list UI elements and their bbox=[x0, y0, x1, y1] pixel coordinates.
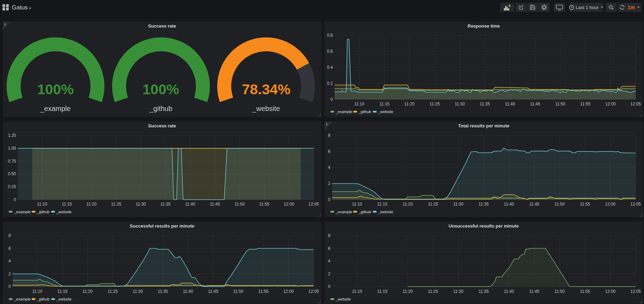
svg-text:4: 4 bbox=[328, 165, 330, 170]
svg-text:11:20: 11:20 bbox=[403, 289, 413, 294]
svg-text:_github: _github bbox=[358, 110, 371, 114]
svg-text:11:30: 11:30 bbox=[133, 289, 143, 294]
svg-text:12:05: 12:05 bbox=[308, 202, 319, 207]
svg-text:11:20: 11:20 bbox=[403, 202, 413, 207]
svg-text:_example: _example bbox=[14, 297, 31, 301]
svg-text:12:00: 12:00 bbox=[284, 202, 294, 207]
svg-text:11:35: 11:35 bbox=[480, 102, 490, 106]
svg-text:_website: _website bbox=[56, 297, 72, 301]
svg-text:12:05: 12:05 bbox=[308, 289, 319, 294]
svg-text:6: 6 bbox=[328, 246, 330, 251]
svg-text:11:30: 11:30 bbox=[455, 102, 465, 106]
svg-text:11:30: 11:30 bbox=[136, 202, 146, 207]
svg-text:11:50: 11:50 bbox=[555, 289, 565, 294]
svg-text:11:10: 11:10 bbox=[354, 102, 364, 106]
svg-text:11:55: 11:55 bbox=[258, 289, 269, 294]
svg-text:12:05: 12:05 bbox=[630, 289, 641, 294]
svg-text:11:35: 11:35 bbox=[478, 202, 489, 207]
svg-text:11:15: 11:15 bbox=[62, 202, 72, 207]
svg-text:11:10: 11:10 bbox=[352, 289, 362, 294]
svg-text:11:55: 11:55 bbox=[580, 102, 591, 106]
svg-text:_example: _example bbox=[335, 110, 352, 114]
svg-text:11:40: 11:40 bbox=[183, 289, 193, 294]
svg-text:11:25: 11:25 bbox=[111, 202, 121, 207]
svg-text:11:50: 11:50 bbox=[555, 202, 565, 207]
svg-text:0: 0 bbox=[328, 284, 330, 289]
svg-text:2: 2 bbox=[328, 181, 330, 186]
svg-text:11:50: 11:50 bbox=[234, 202, 244, 207]
svg-text:11:40: 11:40 bbox=[504, 202, 514, 207]
svg-text:_website: _website bbox=[378, 110, 393, 114]
svg-text:12:00: 12:00 bbox=[283, 289, 294, 294]
svg-text:0.8: 0.8 bbox=[327, 33, 333, 38]
svg-text:0: 0 bbox=[328, 197, 330, 202]
svg-text:1.00: 1.00 bbox=[8, 146, 16, 151]
svg-text:11:30: 11:30 bbox=[453, 202, 463, 207]
svg-text:11:55: 11:55 bbox=[580, 202, 590, 207]
svg-text:2: 2 bbox=[8, 272, 11, 276]
svg-text:12:05: 12:05 bbox=[630, 102, 641, 106]
svg-text:11:45: 11:45 bbox=[210, 202, 220, 207]
svg-text:11:10: 11:10 bbox=[37, 202, 47, 207]
svg-text:11:15: 11:15 bbox=[57, 289, 67, 294]
svg-text:0.75: 0.75 bbox=[8, 159, 16, 164]
svg-text:0: 0 bbox=[8, 284, 11, 289]
svg-text:0.25: 0.25 bbox=[8, 184, 16, 189]
svg-text:6: 6 bbox=[328, 149, 330, 154]
svg-text:_github: _github bbox=[358, 210, 371, 214]
svg-text:11:25: 11:25 bbox=[428, 202, 438, 207]
svg-text:2: 2 bbox=[328, 272, 330, 276]
svg-text:11:45: 11:45 bbox=[529, 202, 539, 207]
svg-text:8: 8 bbox=[328, 133, 330, 138]
svg-text:11:20: 11:20 bbox=[86, 202, 96, 207]
svg-text:11:40: 11:40 bbox=[505, 102, 515, 106]
svg-text:0.6: 0.6 bbox=[327, 49, 333, 54]
svg-text:4: 4 bbox=[8, 259, 11, 264]
svg-text:11:45: 11:45 bbox=[208, 289, 218, 294]
svg-text:_website: _website bbox=[335, 297, 351, 301]
svg-text:11:15: 11:15 bbox=[379, 102, 389, 106]
svg-text:_website: _website bbox=[56, 210, 72, 214]
svg-text:11:55: 11:55 bbox=[259, 202, 269, 207]
svg-text:0: 0 bbox=[330, 97, 333, 102]
svg-text:11:50: 11:50 bbox=[555, 102, 565, 106]
svg-text:12:05: 12:05 bbox=[630, 202, 641, 207]
svg-text:4: 4 bbox=[328, 259, 330, 264]
svg-text:12:00: 12:00 bbox=[605, 289, 615, 294]
svg-text:11:15: 11:15 bbox=[377, 289, 387, 294]
svg-text:11:25: 11:25 bbox=[108, 289, 118, 294]
svg-text:8: 8 bbox=[8, 233, 11, 238]
svg-text:11:25: 11:25 bbox=[428, 289, 438, 294]
svg-text:11:25: 11:25 bbox=[430, 102, 440, 106]
svg-text:11:10: 11:10 bbox=[32, 289, 42, 294]
svg-text:11:40: 11:40 bbox=[504, 289, 514, 294]
svg-text:6: 6 bbox=[8, 246, 11, 251]
svg-text:11:10: 11:10 bbox=[352, 202, 362, 207]
svg-text:11:45: 11:45 bbox=[530, 102, 540, 106]
svg-text:_example: _example bbox=[335, 210, 352, 214]
svg-text:_github: _github bbox=[37, 297, 50, 301]
svg-text:11:55: 11:55 bbox=[580, 289, 590, 294]
svg-text:0.2: 0.2 bbox=[327, 81, 333, 86]
svg-text:0: 0 bbox=[14, 197, 16, 202]
svg-text:11:20: 11:20 bbox=[404, 102, 415, 106]
svg-text:_github: _github bbox=[37, 210, 50, 214]
svg-text:8: 8 bbox=[328, 233, 330, 238]
svg-text:11:35: 11:35 bbox=[158, 289, 168, 294]
svg-text:0.4: 0.4 bbox=[327, 65, 333, 70]
svg-text:11:35: 11:35 bbox=[160, 202, 170, 207]
svg-text:_website: _website bbox=[378, 210, 393, 214]
svg-text:12:00: 12:00 bbox=[605, 202, 615, 207]
svg-text:0.50: 0.50 bbox=[8, 171, 16, 176]
svg-text:12:00: 12:00 bbox=[605, 102, 616, 106]
svg-text:11:35: 11:35 bbox=[478, 289, 489, 294]
svg-text:11:30: 11:30 bbox=[453, 289, 463, 294]
svg-text:11:45: 11:45 bbox=[529, 289, 539, 294]
svg-text:11:50: 11:50 bbox=[233, 289, 243, 294]
svg-text:11:20: 11:20 bbox=[82, 289, 93, 294]
svg-text:11:40: 11:40 bbox=[185, 202, 195, 207]
svg-text:_example: _example bbox=[14, 210, 31, 214]
svg-text:11:15: 11:15 bbox=[377, 202, 387, 207]
svg-text:1.25: 1.25 bbox=[8, 133, 16, 138]
